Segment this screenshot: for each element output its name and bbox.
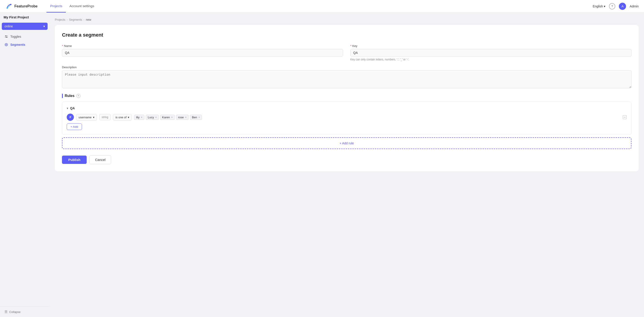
key-label: * Key <box>350 44 632 48</box>
nav-tab-projects[interactable]: Projects <box>46 0 66 12</box>
attribute-selector[interactable]: username ▾ <box>76 114 97 120</box>
description-label: Description <box>62 66 632 69</box>
tag-close-button[interactable]: × <box>185 116 186 118</box>
minus-icon <box>623 115 627 119</box>
help-button[interactable]: ? <box>609 3 615 10</box>
name-label: * Name <box>62 44 343 48</box>
rule-collapse-button[interactable]: ▾ <box>67 106 68 110</box>
add-condition-button[interactable]: + Add <box>67 124 82 130</box>
key-hint: Key can only contain letters, numbers, '… <box>350 58 632 61</box>
description-group: Description <box>62 66 632 88</box>
rules-help-icon[interactable]: ? <box>76 94 80 98</box>
required-star-key: * <box>350 44 352 48</box>
operator-selector[interactable]: is one of ▾ <box>113 114 132 120</box>
operator-value: is one of <box>116 116 126 119</box>
collapse-label: Collapse <box>9 310 21 314</box>
tag-close-button[interactable]: × <box>198 116 200 118</box>
rules-title: Rules <box>65 94 74 98</box>
env-name: online <box>4 24 13 28</box>
collapse-icon: ☰ <box>4 310 8 314</box>
tags-container: lily×Lucy×Karen×rose×Ben× <box>134 115 620 120</box>
collapse-button[interactable]: ☰ Collapse <box>0 306 50 317</box>
tag-item: Lucy× <box>146 115 159 120</box>
avatar: A <box>619 3 626 10</box>
breadcrumb-sep-1: › <box>67 18 68 21</box>
key-group: * Key Key can only contain letters, numb… <box>350 44 632 61</box>
tag-close-button[interactable]: × <box>141 116 142 118</box>
rule-condition: if username ▾ string is one of ▾ lil <box>67 114 627 121</box>
main-layout: My First Project online ▾ Toggles <box>0 12 644 317</box>
sidebar-item-segments[interactable]: Segments <box>0 41 50 49</box>
sidebar-nav: My First Project online ▾ Toggles <box>0 12 50 306</box>
nav-tab-account[interactable]: Account settings <box>66 0 98 12</box>
svg-point-4 <box>6 36 6 36</box>
chevron-down-icon: ▾ <box>604 4 606 8</box>
environment-selector[interactable]: online ▾ <box>2 23 48 30</box>
content-area: Projects › Segments › new Create a segme… <box>50 12 644 317</box>
breadcrumb-sep-2: › <box>84 18 84 21</box>
name-group: * Name <box>62 44 343 61</box>
tag-item: Karen× <box>160 115 175 120</box>
description-input[interactable] <box>62 70 632 88</box>
nav-tabs: Projects Account settings <box>46 0 98 12</box>
rule-card: ▾ QA if username ▾ string is one of <box>62 102 632 135</box>
svg-point-0 <box>10 4 12 5</box>
rules-header: Rules ? <box>62 94 632 98</box>
segments-icon <box>4 43 8 46</box>
sidebar-item-label-segments: Segments <box>10 43 25 46</box>
sidebar: My First Project online ▾ Toggles <box>0 12 50 317</box>
sidebar-item-label-toggles: Toggles <box>10 35 21 38</box>
publish-button[interactable]: Publish <box>62 156 87 164</box>
add-rule-zone[interactable]: + Add rule <box>62 138 632 149</box>
condition-type: string <box>99 114 111 120</box>
svg-point-7 <box>6 44 7 45</box>
toggles-icon <box>4 35 8 38</box>
rule-name: QA <box>70 106 75 110</box>
rule-name-row: ▾ QA <box>67 106 627 110</box>
breadcrumb-segments[interactable]: Segments <box>69 18 82 21</box>
admin-label: Admin <box>630 4 638 8</box>
language-selector[interactable]: English ▾ <box>592 4 606 8</box>
action-row: Publish Cancel <box>62 155 632 164</box>
app-container: FeatureProbe Projects Account settings E… <box>0 0 644 317</box>
topbar: FeatureProbe Projects Account settings E… <box>0 0 644 12</box>
if-badge: if <box>67 114 74 121</box>
create-segment-card: Create a segment * Name * Key <box>55 25 638 171</box>
name-key-row: * Name * Key Key can only contain letter… <box>62 44 632 61</box>
chevron-down-icon: ▾ <box>93 116 94 119</box>
chevron-down-icon: ▾ <box>43 24 45 28</box>
delete-condition-button[interactable] <box>623 115 627 119</box>
tag-item: lily× <box>134 115 144 120</box>
rules-bar-accent <box>62 94 63 98</box>
logo-text: FeatureProbe <box>14 4 38 8</box>
attribute-value: username <box>78 116 92 119</box>
tag-item: rose× <box>176 115 188 120</box>
tag-close-button[interactable]: × <box>171 116 173 118</box>
svg-point-1 <box>6 8 8 9</box>
breadcrumb-current: new <box>86 18 91 21</box>
svg-point-6 <box>5 43 8 46</box>
svg-point-5 <box>6 37 7 38</box>
logo: FeatureProbe <box>6 3 38 10</box>
name-input[interactable] <box>62 49 343 56</box>
key-input[interactable] <box>350 49 632 56</box>
project-name: My First Project <box>0 12 50 22</box>
breadcrumb-projects[interactable]: Projects <box>55 18 65 21</box>
required-star-name: * <box>62 44 63 48</box>
breadcrumb: Projects › Segments › new <box>55 18 638 21</box>
chevron-down-icon: ▾ <box>128 116 129 119</box>
cancel-button[interactable]: Cancel <box>89 155 111 164</box>
page-title: Create a segment <box>62 32 632 38</box>
tag-item: Ben× <box>190 115 202 120</box>
topbar-right: English ▾ ? A Admin <box>592 3 638 10</box>
tag-close-button[interactable]: × <box>155 116 156 118</box>
logo-icon <box>6 3 12 10</box>
sidebar-item-toggles[interactable]: Toggles <box>0 32 50 41</box>
language-label: English <box>592 4 603 8</box>
